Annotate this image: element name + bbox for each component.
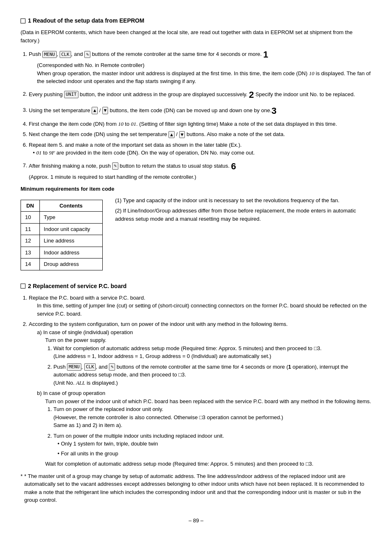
clock-btn3: CLK bbox=[84, 363, 96, 370]
step-1-extra: When group operation, the master indoor … bbox=[37, 69, 371, 85]
sub-b-2: Turn on power of the multiple indoor uni… bbox=[53, 432, 371, 458]
write-btn3: ✎ bbox=[109, 363, 115, 370]
step-4: First change the item code (DN) from 10 … bbox=[29, 120, 371, 128]
step-7: After finishing making a note, push ✎ bu… bbox=[29, 159, 371, 181]
table-row: 14 Droup address bbox=[21, 259, 103, 270]
step-6-bullets: 01 to 9F are provided in the item code (… bbox=[29, 149, 371, 157]
down-btn: ▼ bbox=[102, 107, 108, 114]
sub-b-list: Turn on power of the replaced indoor uni… bbox=[45, 405, 371, 457]
sub-a-label: a) In case of single (individual) operat… bbox=[37, 328, 371, 337]
step-2: Every pushing UNIT button, the indoor un… bbox=[29, 88, 371, 102]
col-dn: DN bbox=[21, 200, 40, 212]
table-note-2: (2) If Line/Indoor/Group addresses diffe… bbox=[115, 207, 371, 223]
page-number: – 89 – bbox=[21, 517, 371, 525]
table-row: 12 Line address bbox=[21, 235, 103, 247]
table-notes: (1) Type and capacity of the indoor unit… bbox=[115, 196, 371, 226]
sub-a-2: Push MENU, CLK, and ✎ buttons of the rem… bbox=[53, 363, 371, 387]
table-row: 13 Indoor address bbox=[21, 247, 103, 259]
down-btn2: ▼ bbox=[179, 131, 185, 138]
up-btn: ▲ bbox=[92, 107, 98, 114]
document-body: 1 Readout of the setup data from EEPROM … bbox=[21, 16, 371, 524]
col-contents: Contents bbox=[39, 200, 102, 212]
sub-b-label: b) In case of group operation bbox=[37, 389, 371, 397]
section-2-steps: Replace the P.C. board with a service P.… bbox=[21, 294, 371, 468]
section-2-title: 2 Replacement of service P.C. board bbox=[21, 282, 371, 291]
section-1-intro: (Data in EEPROM contents, which have bee… bbox=[21, 28, 371, 44]
section-1: 1 Readout of the setup data from EEPROM … bbox=[21, 16, 371, 274]
footnote: * * The master unit of a group may chang… bbox=[21, 472, 371, 504]
sub-a-list: Wait for completion of automatic address… bbox=[45, 344, 371, 387]
checkbox-icon-2 bbox=[21, 284, 25, 289]
min-req-title: Minimum requirements for item code bbox=[21, 185, 371, 193]
step-1: Push MENU, CLK, and ✎ buttons of the rem… bbox=[29, 48, 371, 85]
section-2: 2 Replacement of service P.C. board Repl… bbox=[21, 282, 371, 504]
s2-step-1: Replace the P.C. board with a service P.… bbox=[29, 294, 371, 318]
s2-step-2: According to the system configuration, t… bbox=[29, 320, 371, 468]
sub-a-1: Wait for completion of automatic address… bbox=[53, 344, 371, 360]
table-row: 11 Indoor unit capacity bbox=[21, 223, 103, 235]
up-btn2: ▲ bbox=[168, 131, 175, 138]
sub-b-2-bullets: Only 1 system for twin, triple, double t… bbox=[53, 440, 371, 457]
table-row: 10 Type bbox=[21, 212, 103, 224]
step-5: Next change the item code (DN) using the… bbox=[29, 130, 371, 138]
table-note-1: (1) Type and capacity of the indoor unit… bbox=[115, 196, 371, 205]
write-btn2: ✎ bbox=[112, 162, 118, 169]
sub-b: b) In case of group operation Turn on po… bbox=[37, 389, 371, 468]
item-code-table: DN Contents 10 Type 11 Indoor unit capac… bbox=[21, 200, 103, 270]
section-1-title: 1 Readout of the setup data from EEPROM bbox=[21, 16, 371, 25]
checkbox-icon-1 bbox=[21, 18, 25, 23]
step-3: Using the set temperature ▲ / ▼ buttons,… bbox=[29, 104, 371, 118]
unit-btn: UNIT bbox=[64, 91, 78, 98]
clock-btn: CLK bbox=[60, 51, 71, 58]
section-1-steps: Push MENU, CLK, and ✎ buttons of the rem… bbox=[21, 48, 371, 181]
sub-b-wait: Wait for completion of automatic address… bbox=[45, 460, 371, 468]
table-section: DN Contents 10 Type 11 Indoor unit capac… bbox=[21, 196, 371, 274]
step-6: Repeat item 5. and make a note of the im… bbox=[29, 141, 371, 157]
sub-a: a) In case of single (individual) operat… bbox=[37, 328, 371, 387]
menu-btn3: MENU bbox=[67, 363, 81, 370]
sub-b-1: Turn on power of the replaced indoor uni… bbox=[53, 405, 371, 429]
menu-btn: MENU bbox=[42, 51, 57, 58]
write-btn: ✎ bbox=[84, 51, 90, 58]
